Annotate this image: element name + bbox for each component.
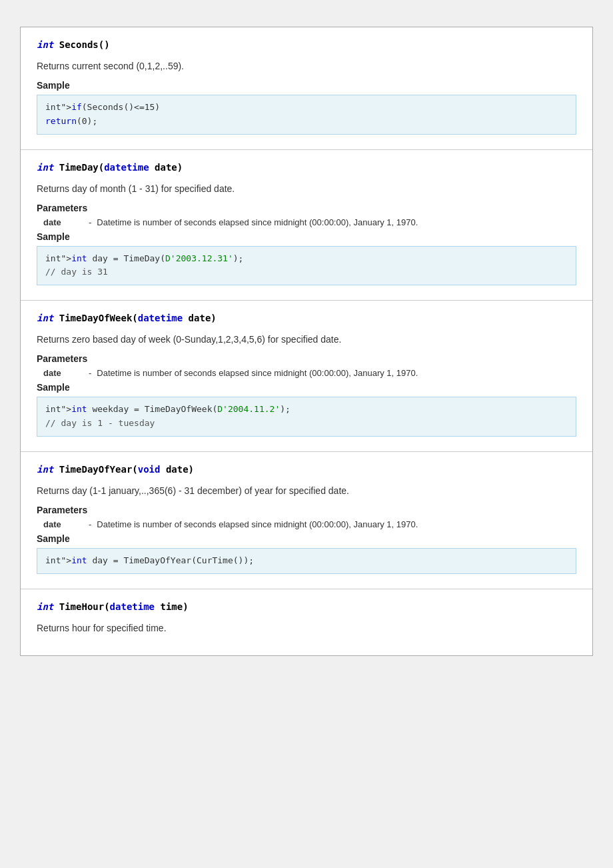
code-line: int">if(Seconds()<=15) [45,101,568,115]
func-signature-timedayofweek: int TimeDayOfWeek(datetime date) [37,313,576,323]
func-desc-timedayofyear: Returns day (1-1 january,..,365(6) - 31 … [37,484,576,498]
param-row: date-Datetime is number of seconds elaps… [43,368,576,378]
func-signature-timeday: int TimeDay(datetime date) [37,162,576,173]
params-label-timedayofweek: Parameters [37,353,576,364]
param-row: date-Datetime is number of seconds elaps… [43,519,576,529]
func-signature-timehour: int TimeHour(datetime time) [37,601,576,612]
param-dash: - [89,368,91,378]
code-block-timedayofyear: int">int day = TimeDayOfYear(CurTime()); [37,548,576,574]
code-line: return(0); [45,115,568,129]
func-signature-timedayofyear: int TimeDayOfYear(void date) [37,464,576,475]
param-name: date [43,217,83,227]
func-desc-timedayofweek: Returns zero based day of week (0-Sunday… [37,333,576,347]
sample-label-seconds: Sample [37,80,576,91]
param-desc: Datetime is number of seconds elapsed si… [97,519,418,529]
func-section-timedayofyear: int TimeDayOfYear(void date)Returns day … [21,452,592,589]
code-line: int">int day = TimeDayOfYear(CurTime()); [45,554,568,568]
code-line: int">int day = TimeDay(D'2003.12.31'); [45,252,568,266]
code-line: // day is 1 - tuesday [45,417,568,431]
func-section-timeday: int TimeDay(datetime date)Returns day of… [21,150,592,301]
code-block-seconds: int">if(Seconds()<=15) return(0); [37,95,576,135]
func-section-timehour: int TimeHour(datetime time)Returns hour … [21,589,592,655]
func-desc-seconds: Returns current second (0,1,2,..59). [37,59,576,73]
func-desc-timeday: Returns day of month (1 - 31) for specif… [37,182,576,196]
sample-label-timeday: Sample [37,231,576,242]
sample-label-timedayofweek: Sample [37,382,576,393]
code-line: int">int weekday = TimeDayOfWeek(D'2004.… [45,403,568,417]
doc-container: int Seconds()Returns current second (0,1… [20,27,593,656]
code-line: // day is 31 [45,265,568,279]
code-block-timedayofweek: int">int weekday = TimeDayOfWeek(D'2004.… [37,397,576,437]
code-block-timeday: int">int day = TimeDay(D'2003.12.31');//… [37,246,576,286]
param-row: date-Datetime is number of seconds elaps… [43,217,576,227]
params-label-timedayofyear: Parameters [37,505,576,515]
param-dash: - [89,519,91,529]
param-dash: - [89,217,91,227]
func-section-timedayofweek: int TimeDayOfWeek(datetime date)Returns … [21,301,592,452]
func-section-seconds: int Seconds()Returns current second (0,1… [21,27,592,150]
param-desc: Datetime is number of seconds elapsed si… [97,368,418,378]
params-label-timeday: Parameters [37,203,576,213]
param-desc: Datetime is number of seconds elapsed si… [97,217,418,227]
param-name: date [43,368,83,378]
func-desc-timehour: Returns hour for specified time. [37,621,576,635]
sample-label-timedayofyear: Sample [37,533,576,544]
param-name: date [43,519,83,529]
func-signature-seconds: int Seconds() [37,39,576,50]
